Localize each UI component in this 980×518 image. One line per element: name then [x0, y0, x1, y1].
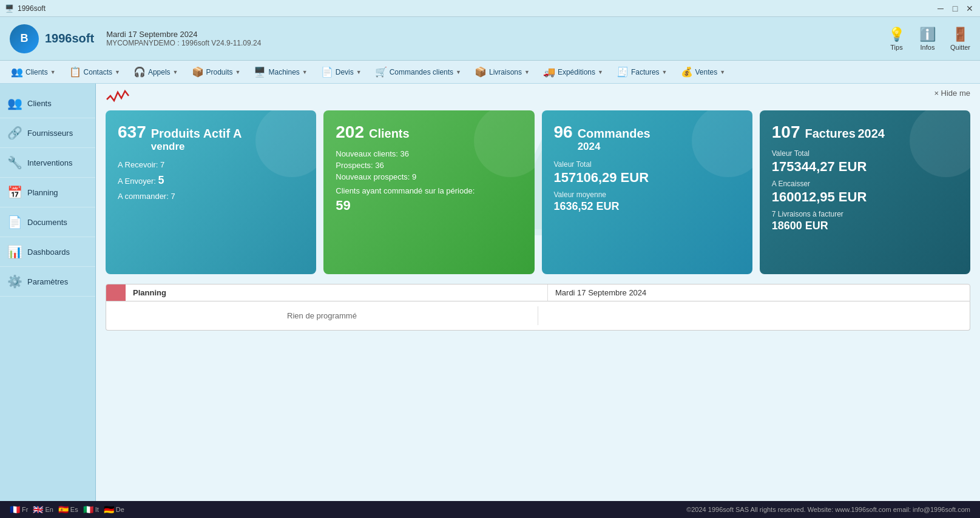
tips-icon: 💡 [888, 27, 905, 42]
card-commandes-value2: 1636,52 EUR [554, 200, 740, 213]
close-button[interactable]: ✕ [964, 3, 975, 14]
card-factures-number: 107 [772, 123, 800, 142]
nav-machines[interactable]: 🖥️ Machines ▼ [248, 64, 313, 80]
infos-button[interactable]: ℹ️ Infos [919, 27, 936, 51]
flag-es[interactable]: 🇪🇸 Es [58, 505, 78, 514]
content-area: × Hide me 637 Produits Actif A vendre [96, 84, 980, 501]
card-produits-subtitle: vendre [151, 141, 242, 153]
nav-livraisons-chevron: ▼ [524, 69, 530, 75]
sidebar-item-parametres[interactable]: ⚙️ Paramètres [0, 267, 95, 297]
card-clients-value: 59 [336, 198, 522, 214]
nav-produits[interactable]: 📦 Produits ▼ [186, 64, 247, 80]
planning-empty-msg: Rien de programmé [106, 306, 538, 325]
tips-label: Tips [890, 44, 902, 51]
card-commandes: 96 Commandes 2024 Valeur Total 157106,29… [542, 110, 752, 274]
nav-menu: 👥 Clients ▼ 📋 Contacts ▼ 🎧 Appels ▼ 📦 Pr… [0, 61, 980, 84]
card-factures-value3: 18600 EUR [772, 220, 958, 232]
header: B 1996soft Mardi 17 Septembre 2024 MYCOM… [0, 17, 980, 61]
title-bar: 🖥️ 1996soft ─ □ ✕ [0, 0, 980, 17]
sidebar: 👥 Clients 🔗 Fournisseurs 🔧 Interventions… [0, 84, 96, 501]
fournisseurs-icon: 🔗 [7, 126, 22, 140]
header-info: Mardi 17 Septembre 2024 MYCOMPANYDEMO : … [106, 30, 876, 47]
sidebar-item-interventions[interactable]: 🔧 Interventions [0, 148, 95, 178]
card-factures: 107 Factures 2024 Valeur Total 175344,27… [760, 110, 970, 274]
sidebar-label-documents: Documents [27, 218, 67, 227]
nav-livraisons-icon: 📦 [475, 66, 487, 78]
clients-icon: 👥 [7, 96, 22, 110]
flag-en-label: En [45, 506, 53, 513]
nav-produits-icon: 📦 [192, 66, 204, 78]
nav-commandes-label: Commandes clients [390, 68, 453, 76]
nav-appels-chevron: ▼ [173, 69, 178, 75]
card-clients: 202 Clients Nouveaux clients: 36 Prospec… [323, 110, 534, 274]
flag-fr[interactable]: 🇫🇷 Fr [10, 505, 28, 514]
card-factures-year: 2024 [857, 127, 885, 140]
footer: 🇫🇷 Fr 🇬🇧 En 🇪🇸 Es 🇮🇹 It 🇩🇪 De ©2024 1996… [0, 501, 980, 518]
card-factures-label3: 7 Livraisons à facturer [772, 210, 958, 218]
card-clients-number: 202 [336, 123, 364, 142]
sidebar-item-fournisseurs[interactable]: 🔗 Fournisseurs [0, 118, 95, 148]
sidebar-item-documents[interactable]: 📄 Documents [0, 207, 95, 237]
flag-it-icon: 🇮🇹 [83, 505, 93, 514]
nav-factures[interactable]: 🧾 Factures ▼ [610, 64, 674, 80]
hide-me-label: × Hide me [934, 89, 970, 98]
nav-livraisons[interactable]: 📦 Livraisons ▼ [468, 64, 536, 80]
interventions-icon: 🔧 [7, 155, 22, 170]
sidebar-label-parametres: Paramètres [27, 277, 68, 286]
sidebar-item-dashboards[interactable]: 📊 Dashboards [0, 237, 95, 267]
sidebar-item-clients[interactable]: 👥 Clients [0, 89, 95, 118]
nav-commandes-chevron: ▼ [456, 69, 461, 75]
planning-row: Rien de programmé [106, 306, 970, 325]
maximize-button[interactable]: □ [950, 3, 961, 14]
flag-de[interactable]: 🇩🇪 De [104, 505, 124, 514]
minimize-button[interactable]: ─ [935, 3, 946, 14]
card-clients-stat4: Clients ayant commandé sur la période: [336, 186, 522, 195]
nav-contacts-chevron: ▼ [115, 69, 120, 75]
nav-contacts-icon: 📋 [69, 66, 81, 78]
nav-appels[interactable]: 🎧 Appels ▼ [127, 64, 184, 80]
card-factures-value2: 160012,95 EUR [772, 189, 958, 205]
flag-it[interactable]: 🇮🇹 It [83, 505, 99, 514]
footer-flags: 🇫🇷 Fr 🇬🇧 En 🇪🇸 Es 🇮🇹 It 🇩🇪 De [10, 505, 124, 514]
nav-factures-icon: 🧾 [617, 66, 629, 78]
sidebar-label-dashboards: Dashboards [27, 247, 70, 257]
card-commandes-label1: Valeur Total [554, 160, 740, 169]
nav-machines-chevron: ▼ [302, 69, 308, 75]
nav-contacts[interactable]: 📋 Contacts ▼ [63, 64, 126, 80]
card-commandes-subtitle: 2024 [578, 141, 651, 153]
header-actions: 💡 Tips ℹ️ Infos 🚪 Quitter [888, 27, 970, 51]
hide-me-button[interactable]: × Hide me [934, 89, 970, 98]
sidebar-item-planning[interactable]: 📅 Planning [0, 178, 95, 207]
sidebar-label-clients: Clients [27, 99, 52, 108]
flag-fr-label: Fr [22, 506, 28, 513]
card-produits-stat3: A commander: 7 [118, 192, 304, 201]
nav-produits-chevron: ▼ [235, 69, 241, 75]
nav-devis-label: Devis [336, 68, 354, 76]
nav-clients-label: Clients [25, 68, 48, 76]
flag-es-label: Es [70, 506, 78, 513]
nav-expeditions-label: Expéditions [558, 68, 595, 76]
logo-area: B 1996soft [10, 24, 94, 53]
flag-it-label: It [95, 506, 99, 513]
nav-ventes-label: Ventes [695, 68, 718, 76]
card-clients-title: Clients [369, 127, 410, 141]
nav-devis-icon: 📄 [321, 66, 333, 78]
nav-appels-icon: 🎧 [133, 66, 146, 78]
cards-row: 637 Produits Actif A vendre A Recevoir: … [96, 110, 980, 284]
card-produits-stat2: A Envoyer: 5 [118, 174, 304, 187]
planning-icon: 📅 [7, 185, 22, 200]
nav-commandes-clients[interactable]: 🛒 Commandes clients ▼ [369, 64, 467, 80]
nav-clients[interactable]: 👥 Clients ▼ [5, 64, 62, 80]
nav-expeditions[interactable]: 🚚 Expéditions ▼ [537, 64, 609, 80]
nav-ventes[interactable]: 💰 Ventes ▼ [675, 64, 732, 80]
tips-button[interactable]: 💡 Tips [888, 27, 905, 51]
app-title: 1996soft [18, 4, 46, 13]
quitter-button[interactable]: 🚪 Quitter [950, 27, 970, 51]
nav-devis[interactable]: 📄 Devis ▼ [315, 64, 368, 80]
flag-fr-icon: 🇫🇷 [10, 505, 20, 514]
sidebar-label-interventions: Interventions [27, 158, 72, 167]
nav-clients-icon: 👥 [11, 66, 23, 78]
logo: B [10, 24, 39, 53]
flag-en[interactable]: 🇬🇧 En [33, 505, 53, 514]
planning-accent-bar [106, 284, 126, 301]
